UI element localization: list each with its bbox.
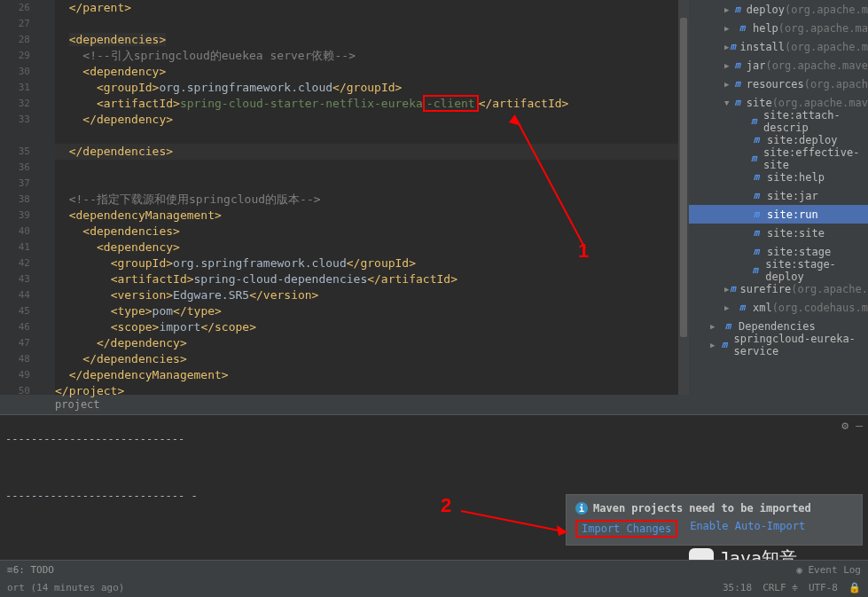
maven-icon: m <box>732 77 743 91</box>
tree-label: site:stage <box>767 246 831 258</box>
fold-gutter[interactable] <box>37 0 55 395</box>
expand-arrow-icon[interactable]: ▶ <box>710 322 721 331</box>
todo-tab[interactable]: 6: TODO <box>13 564 54 576</box>
lock-icon[interactable]: 🔒 <box>848 582 861 593</box>
tree-item-site-effective-site[interactable]: msite:effective-site <box>689 149 868 168</box>
tree-label: site:help <box>767 171 825 184</box>
tree-item-install[interactable]: ▶minstall (org.apache.m <box>689 37 868 56</box>
maven-import-notification: iMaven projects need to be imported Impo… <box>566 494 863 546</box>
import-changes-link[interactable]: Import Changes <box>575 520 677 538</box>
maven-icon: m <box>735 301 749 315</box>
maven-icon: m <box>749 208 763 222</box>
expand-arrow-icon[interactable]: ▶ <box>724 5 732 14</box>
tree-label: deploy <box>747 4 785 16</box>
tree-label: site:deploy <box>767 134 837 146</box>
maven-icon: m <box>749 189 763 203</box>
maven-icon: m <box>721 319 735 334</box>
code-content[interactable]: </parent> <dependencies> <!--引入springclo… <box>55 0 678 395</box>
annotation-2: 2 <box>441 494 451 517</box>
tree-item-site-site[interactable]: msite:site <box>689 224 868 242</box>
expand-arrow-icon[interactable]: ▶ <box>710 341 719 350</box>
cursor-position: 35:18 <box>723 582 752 593</box>
tree-label: Dependencies <box>739 320 816 333</box>
annotation-1: 1 <box>578 240 589 263</box>
expand-arrow-icon[interactable]: ▶ <box>724 24 735 33</box>
maven-icon: m <box>749 133 763 147</box>
tree-item-site-run[interactable]: msite:run <box>689 205 868 224</box>
tree-label: resources <box>747 78 804 90</box>
maven-icon: m <box>749 245 763 259</box>
tree-label: site:stage-deploy <box>765 258 868 283</box>
tree-item-resources[interactable]: ▶mresources (org.apach <box>689 75 868 93</box>
tree-item-site-attach-descrip[interactable]: msite:attach-descrip <box>689 112 868 130</box>
maven-icon: m <box>747 114 760 129</box>
encoding[interactable]: UTF-8 <box>809 582 838 593</box>
maven-icon: m <box>748 263 762 278</box>
gear-icon[interactable]: ⚙ <box>841 419 848 432</box>
expand-arrow-icon[interactable]: ▼ <box>724 98 732 107</box>
tree-item-jar[interactable]: ▶mjar (org.apache.mave <box>689 56 868 75</box>
tree-label: xml <box>753 302 772 314</box>
tree-label: help <box>753 22 778 35</box>
status-bar: ≡ 6: TODO ◉ Event Log ort (14 minutes ag… <box>0 560 868 597</box>
expand-arrow-icon[interactable]: ▶ <box>724 303 735 312</box>
info-icon: i <box>575 502 588 515</box>
expand-arrow-icon[interactable]: ▶ <box>724 80 732 89</box>
maven-icon: m <box>735 21 749 35</box>
maven-icon: m <box>732 3 743 17</box>
tree-label: site:site <box>767 227 825 240</box>
enable-auto-import-link[interactable]: Enable Auto-Import <box>690 520 805 538</box>
tree-item-springcloud-eureka-service[interactable]: ▶mspringcloud-eureka-service <box>689 335 868 354</box>
maven-panel[interactable]: ▶mdeploy (org.apache.m▶mhelp (org.apache… <box>689 0 868 395</box>
tree-item-site-jar[interactable]: msite:jar <box>689 186 868 205</box>
maven-icon: m <box>749 226 763 240</box>
tree-item-surefire[interactable]: ▶msurefire (org.apache. <box>689 279 868 298</box>
tree-label: springcloud-eureka-service <box>734 333 868 357</box>
maven-icon: m <box>749 170 763 185</box>
line-separator[interactable]: CRLF ≑ <box>762 582 798 593</box>
tree-label: jar <box>747 59 766 72</box>
editor-scrollbar[interactable] <box>678 0 689 395</box>
tree-label: surefire <box>740 283 792 295</box>
maven-icon: m <box>719 338 731 352</box>
tree-item-site-stage-deploy[interactable]: msite:stage-deploy <box>689 261 868 279</box>
event-log-link[interactable]: ◉ Event Log <box>796 564 861 576</box>
tree-item-deploy[interactable]: ▶mdeploy (org.apache.m <box>689 0 868 19</box>
status-message: ort (14 minutes ago) <box>7 582 124 593</box>
tree-label: site:effective-site <box>763 146 868 171</box>
maven-icon: m <box>747 152 760 166</box>
code-editor[interactable]: 2627282930313233353637383940414243444546… <box>0 0 689 395</box>
maven-icon: m <box>730 40 737 54</box>
highlighted-client: -client <box>423 95 479 112</box>
tree-label: site <box>747 97 772 109</box>
tree-label: site:attach-descrip <box>763 109 868 134</box>
maven-icon: m <box>730 282 737 296</box>
tree-label: site:jar <box>767 190 818 202</box>
minimize-icon[interactable]: — <box>856 419 863 432</box>
maven-icon: m <box>732 96 743 110</box>
tree-label: install <box>740 41 786 53</box>
tree-label: site:run <box>767 208 818 221</box>
expand-arrow-icon[interactable]: ▶ <box>724 61 732 70</box>
line-gutter: 2627282930313233353637383940414243444546… <box>0 0 37 395</box>
tree-item-xml[interactable]: ▶mxml (org.codehaus.m <box>689 298 868 317</box>
maven-icon: m <box>732 59 743 73</box>
tree-item-help[interactable]: ▶mhelp (org.apache.ma <box>689 19 868 37</box>
